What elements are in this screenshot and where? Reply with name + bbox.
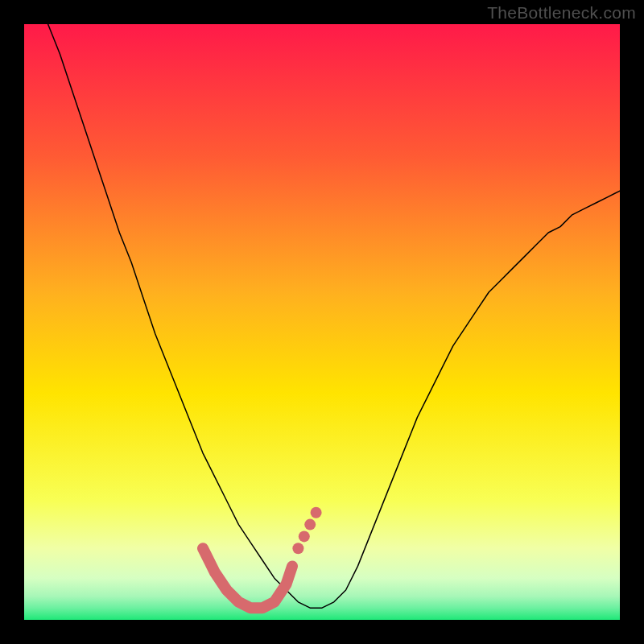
highlight-dot bbox=[304, 519, 316, 530]
watermark-text: TheBottleneck.com bbox=[487, 3, 636, 23]
gradient-background bbox=[24, 24, 620, 620]
chart-stage: TheBottleneck.com bbox=[0, 0, 644, 644]
chart-plot-area bbox=[24, 24, 620, 620]
highlight-dot bbox=[299, 530, 310, 542]
highlight-dot bbox=[292, 543, 303, 554]
highlight-dot bbox=[311, 507, 322, 518]
chart-svg bbox=[24, 24, 620, 620]
